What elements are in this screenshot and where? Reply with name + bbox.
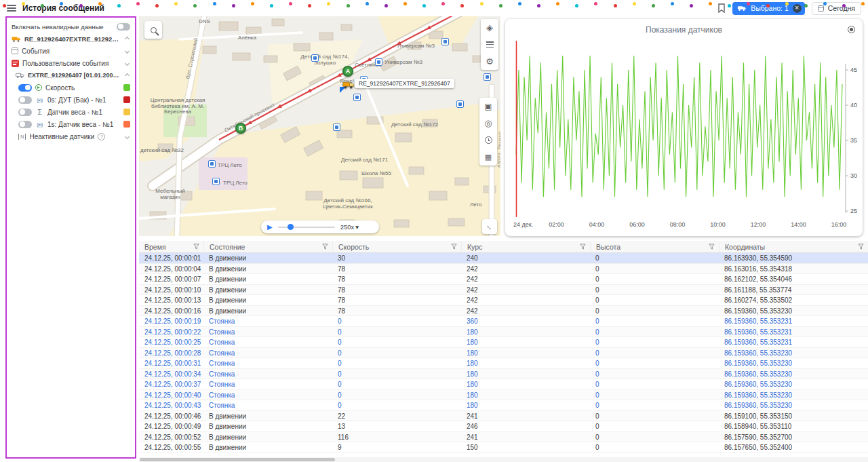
sensor-toggle[interactable] [18,96,32,104]
user-events-row[interactable]: Пользовательские события [7,57,135,69]
history-clock-icon[interactable] [479,132,497,149]
route-start-marker[interactable]: A [342,66,353,77]
unit-session-row[interactable]: EXTRE_912926407 [01.01.2000 00:00:00] [7,69,135,81]
expand-icon[interactable] [125,60,130,65]
record-icon[interactable] [848,26,855,33]
table-row[interactable]: 24.12.25, 00:00:49В движении13246086.158… [139,421,868,432]
table-row[interactable]: 24.12.25, 00:00:46В движении22241086.159… [139,411,868,422]
column-header[interactable]: Время [139,241,203,252]
layers-icon[interactable]: ◈ [481,19,498,36]
table-cell: В движении [203,295,332,305]
sensor-row[interactable]: ((•)) 0s: ДУТ (Бак) - №1 [7,94,135,106]
expand-icon[interactable] [125,48,130,53]
sensor-toggle[interactable] [18,121,32,128]
svg-text:10:00: 10:00 [710,221,726,228]
column-header[interactable]: Высота [590,241,719,252]
sensor-row[interactable]: Σ Датчик веса - №1 [7,106,135,118]
sensor-row[interactable]: ((•)) 1s: Датчик веса - №1 [7,118,135,130]
column-header[interactable]: Состояние [203,241,332,252]
playback-speed[interactable]: 250x ▾ [340,223,359,231]
help-icon[interactable]: ? [98,133,105,140]
legend-icon[interactable] [481,36,498,53]
poi-icon[interactable] [333,123,340,131]
table-row[interactable]: 24.12.25, 00:00:13В движении78242086.160… [139,295,868,306]
table-row[interactable]: 24.12.25, 00:00:40Стоянка0180086.159360,… [139,390,868,401]
measure-icon[interactable]: ▦ [479,149,497,166]
poi-icon[interactable] [311,54,319,62]
scrollbar-thumb[interactable] [140,458,335,461]
poi-icon[interactable] [484,73,491,81]
sensor-chart[interactable]: 2530354045 24 дек.02:0004:0006:0008:0010… [505,35,863,236]
unit-marker-icon[interactable] [342,80,355,90]
filter-icon[interactable] [858,244,864,250]
poi-icon[interactable] [441,38,449,45]
sensor-toggle[interactable] [18,109,32,116]
table-row[interactable]: 24.12.25, 00:00:01В движении30240086.163… [139,253,868,264]
filter-icon[interactable] [193,244,199,250]
poi-icon[interactable] [456,100,464,108]
follow-unit-icon[interactable]: ◎ [479,115,497,132]
filter-icon[interactable] [451,244,457,250]
clear-selection-icon[interactable]: × [793,4,802,13]
table-row[interactable]: 24.12.25, 00:00:07В движении78242086.162… [139,274,868,285]
table-row[interactable]: 24.12.25, 00:00:55В движении9150086.1576… [139,442,868,453]
poi-icon[interactable] [208,160,216,168]
table-row[interactable]: 24.12.25, 00:00:22Стоянка0180086.159360,… [139,327,868,338]
play-button[interactable]: ▶ [267,224,273,231]
table-row[interactable]: 24.12.25, 00:00:34Стоянка0180086.159360,… [139,369,868,380]
table-row[interactable]: 24.12.25, 00:00:10В движении78242086.161… [139,285,868,296]
filter-icon[interactable] [322,244,328,250]
table-row[interactable]: 24.12.25, 00:00:16В движении78242086.159… [139,306,868,317]
collapse-icon[interactable] [125,36,130,41]
table-row[interactable]: 24.12.25, 00:00:37Стоянка0180086.159360,… [139,379,868,390]
table-row[interactable]: 24.12.25, 00:00:31Стоянка0180086.159360,… [139,358,868,369]
selected-units-chip[interactable]: Выбрано: 1 × [732,2,805,15]
table-row[interactable]: 24.12.25, 00:00:19Стоянка0360086.159360,… [139,316,868,327]
settings-gear-icon[interactable]: ⚙ [481,53,498,70]
collapse-icon[interactable] [125,73,130,77]
playback-slider[interactable] [278,227,335,228]
table-row[interactable]: 24.12.25, 00:00:04В движении78242086.163… [139,264,868,275]
unit-header-label: RE_912926407EXTRE_912926407 [24,35,122,43]
poi-icon[interactable] [375,58,382,66]
filter-icon[interactable] [709,244,715,250]
poi-icon[interactable] [212,178,220,185]
fullscreen-button[interactable]: ↔ [482,219,497,234]
date-range-button[interactable]: Сегодня [812,2,861,15]
inactive-sensors-row[interactable]: N Неактивные датчики ? [7,130,135,142]
table-cell: 86.157650, 55.352400 [719,442,868,453]
slider-handle[interactable] [288,224,294,230]
column-header[interactable]: Координаты [719,241,868,252]
sigma-icon: Σ [35,108,44,116]
table-row[interactable]: 24.12.25, 00:00:28Стоянка0180086.159360,… [139,348,868,359]
table-row[interactable]: 24.12.25, 00:00:43Стоянка0180086.159360,… [139,400,868,411]
unit-map-label[interactable]: RE_912926407EXTRE_912926407 [355,79,454,88]
filter-icon[interactable] [580,244,586,250]
invalid-data-toggle[interactable] [117,23,130,31]
expand-icon[interactable] [125,134,130,138]
fit-track-icon[interactable]: ▣ [479,98,497,115]
table-cell: 86.159360, 55.353230 [719,348,868,358]
sensor-toggle[interactable] [18,84,32,92]
table-cell: 86.158940, 55.353110 [719,421,868,431]
bookmark-icon[interactable] [717,3,726,13]
column-header[interactable]: Скорость [332,241,461,252]
menu-icon[interactable] [7,5,16,12]
topbar: История сообщений Выбрано: 1 × Сегодня [0,0,868,16]
column-header[interactable]: Курс [461,241,590,252]
sensor-row[interactable]: Скорость [7,81,135,94]
table-cell: 242 [461,285,590,295]
events-label: События [22,47,122,55]
route-end-marker[interactable]: B [235,123,246,134]
table-row[interactable]: 24.12.25, 00:00:52В движении116241086.15… [139,432,868,443]
unit-header-row[interactable]: RE_912926407EXTRE_912926407 [7,33,135,45]
map-canvas[interactable]: DNSАлёнкаДетский сад №174, ЗолушкоСветля… [139,16,500,236]
table-cell: Стоянка [203,348,332,358]
map-search-button[interactable] [144,21,162,39]
events-row[interactable]: События [7,45,135,57]
invalid-data-label: Включать невалидные данные [12,23,113,31]
poi-icon[interactable] [353,94,361,101]
svg-text:24 дек.: 24 дек. [513,221,533,228]
table-cell: В движении [203,274,332,284]
table-row[interactable]: 24.12.25, 00:00:25Стоянка0180086.159360,… [139,337,868,348]
